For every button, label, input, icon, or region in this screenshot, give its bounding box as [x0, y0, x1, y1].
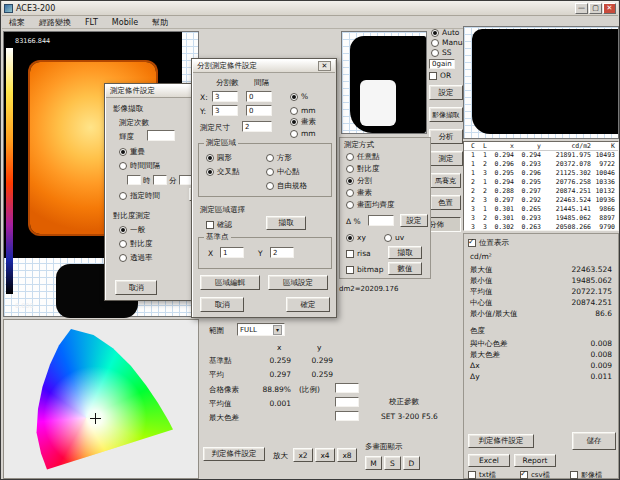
method-pixel-radio[interactable]: 畫素: [346, 188, 372, 198]
confirm-checkbox[interactable]: 確認: [206, 220, 232, 230]
center-point-radio[interactable]: 中心點: [266, 167, 300, 177]
mm-radio[interactable]: mm: [290, 106, 316, 115]
uv-radio[interactable]: uv: [384, 233, 404, 242]
excel-button[interactable]: Excel: [468, 454, 510, 467]
save-button[interactable]: 儲存: [572, 432, 616, 450]
percent-radio[interactable]: %: [290, 92, 308, 101]
close-icon[interactable]: ✕: [603, 3, 616, 14]
x-gap-field[interactable]: 0: [246, 91, 272, 102]
cancel-button[interactable]: 取消: [200, 297, 244, 312]
setting-button[interactable]: 設定: [429, 85, 463, 100]
xy-radio[interactable]: xy: [346, 233, 366, 242]
image-file-checkbox[interactable]: 影像檔: [570, 470, 602, 480]
free-spec-radio[interactable]: 自由規格: [266, 181, 307, 191]
table-row[interactable]: 3 2 0.301 0.293 19485.062 8897: [464, 214, 618, 223]
risa-capture-button[interactable]: 擷取: [388, 246, 422, 259]
luminance-field[interactable]: [147, 130, 175, 141]
split-condition-dialog[interactable]: 分割測定條件設定 ✕ 分割數 間隔 X: 3 0 % Y: 3 0 mm 測定尺…: [191, 58, 337, 318]
y-gap-field[interactable]: 0: [246, 105, 272, 116]
aux-field-1[interactable]: [335, 383, 359, 393]
table-row[interactable]: 1 3 0.295 0.296 21125.302 10046: [464, 169, 618, 178]
transmittance-radio[interactable]: 透過率: [119, 253, 153, 263]
range-select[interactable]: FULL ▾: [237, 323, 285, 336]
menu-item[interactable]: FLT: [78, 18, 105, 27]
cancel-button[interactable]: 取消: [115, 280, 157, 295]
mosaic-button[interactable]: 馬賽克: [430, 173, 461, 188]
y-count-field[interactable]: 3: [212, 105, 238, 116]
ss-radio[interactable]: SS: [431, 48, 452, 57]
stat-label: 與中心色差: [470, 339, 508, 349]
zoom-x2-button[interactable]: x2: [293, 448, 313, 462]
position-display-checkbox[interactable]: 位置表示: [468, 238, 509, 248]
x-count-field[interactable]: 3: [212, 91, 238, 102]
minute-field[interactable]: [153, 175, 167, 185]
cie-diagram-panel[interactable]: [3, 319, 199, 479]
txt-file-checkbox[interactable]: txt檔: [468, 470, 496, 480]
menu-item[interactable]: 檔案: [2, 17, 32, 28]
aux-field-3[interactable]: [335, 411, 359, 421]
ok-button[interactable]: 確定: [286, 297, 330, 312]
captured-frame-view[interactable]: [463, 26, 619, 139]
mm-unit-radio[interactable]: mm: [290, 129, 316, 138]
menu-item[interactable]: 經路變換: [32, 17, 78, 28]
analyze-button[interactable]: 分析: [429, 129, 463, 144]
menu-item[interactable]: Mobile: [105, 18, 145, 27]
interval-radio[interactable]: 時間間隔: [119, 161, 160, 171]
capture-button[interactable]: 影像擷取: [429, 107, 463, 122]
chevron-down-icon[interactable]: ▾: [273, 325, 282, 335]
report-button[interactable]: Report: [514, 454, 556, 467]
judge-condition-button[interactable]: 判定條件設定: [203, 447, 265, 461]
table-row[interactable]: 3 1 0.301 0.265 21445.141 9866: [464, 205, 618, 214]
specify-time-radio[interactable]: 指定時間: [119, 191, 160, 201]
camera-preview-view[interactable]: [341, 31, 427, 134]
stats-judge-condition-button[interactable]: 判定條件設定: [468, 434, 534, 448]
overlap-radio[interactable]: 重疊: [119, 147, 145, 157]
multi-m-button[interactable]: M: [365, 456, 382, 470]
table-row[interactable]: 2 2 0.288 0.297 20874.251 10132: [464, 187, 618, 196]
or-checkbox[interactable]: OR: [429, 71, 451, 80]
delta-pct-field[interactable]: [368, 215, 394, 226]
delta-setting-button[interactable]: 設定: [400, 214, 428, 227]
pixel-unit-radio[interactable]: 畫素: [290, 117, 316, 127]
circle-radio[interactable]: 圓形: [206, 153, 232, 163]
region-edit-button[interactable]: 區域編輯: [200, 275, 260, 290]
table-row[interactable]: 1 1 0.294 0.294 21891.975 10493: [464, 151, 618, 160]
multi-d-button[interactable]: D: [403, 456, 420, 470]
measurement-table[interactable]: C L x y cd/m2 K 1 1 0.294 0.294 21891.97…: [463, 141, 619, 231]
auto-radio[interactable]: Auto: [431, 28, 459, 37]
cross-point-radio[interactable]: 交叉點: [206, 167, 240, 177]
maximize-icon[interactable]: ▢: [589, 3, 602, 14]
csv-file-checkbox[interactable]: csv檔: [520, 470, 550, 480]
close-icon[interactable]: ✕: [318, 61, 331, 71]
method-contrast-radio[interactable]: 對比度: [346, 164, 380, 174]
bitmap-value-button[interactable]: 數值: [388, 262, 422, 275]
general-radio[interactable]: 一般: [119, 225, 145, 235]
region-capture-button[interactable]: 擷取: [266, 216, 306, 230]
hour-field[interactable]: [127, 175, 141, 185]
minimize-icon[interactable]: —: [575, 3, 588, 14]
zoom-x4-button[interactable]: x4: [315, 448, 335, 462]
base-x-field[interactable]: 1: [220, 247, 244, 258]
measure-button[interactable]: 測定: [429, 151, 463, 166]
gain-field[interactable]: 0gain: [429, 59, 455, 69]
size-field[interactable]: 2: [242, 121, 272, 132]
multi-s-button[interactable]: S: [384, 456, 401, 470]
menu-item[interactable]: 幫助: [145, 17, 175, 28]
zoom-x8-button[interactable]: x8: [337, 448, 357, 462]
method-split-radio[interactable]: 分割: [346, 176, 372, 186]
table-row[interactable]: 1 2 0.296 0.293 20372.078 9722: [464, 160, 618, 169]
table-row[interactable]: 2 1 0.294 0.295 20776.258 10336: [464, 178, 618, 187]
risa-checkbox[interactable]: risa: [346, 249, 371, 258]
table-row[interactable]: 3 3 0.302 0.263 20508.266 9790: [464, 223, 618, 231]
square-radio[interactable]: 方形: [266, 153, 292, 163]
bitmap-checkbox[interactable]: bitmap: [346, 265, 383, 274]
base-y-field[interactable]: 2: [270, 247, 294, 258]
region-set-button[interactable]: 區域設定: [268, 275, 328, 290]
method-point-radio[interactable]: 任意點: [346, 152, 380, 162]
color-map-button[interactable]: 色置: [430, 195, 461, 210]
dialog-title-bar[interactable]: 分割測定條件設定 ✕: [193, 60, 335, 73]
table-row[interactable]: 2 3 0.297 0.292 22463.524 10936: [464, 196, 618, 205]
aux-field-2[interactable]: [335, 397, 359, 407]
method-uniform-radio[interactable]: 畫面均齊度: [346, 200, 395, 210]
contrast-radio[interactable]: 對比度: [119, 239, 153, 249]
